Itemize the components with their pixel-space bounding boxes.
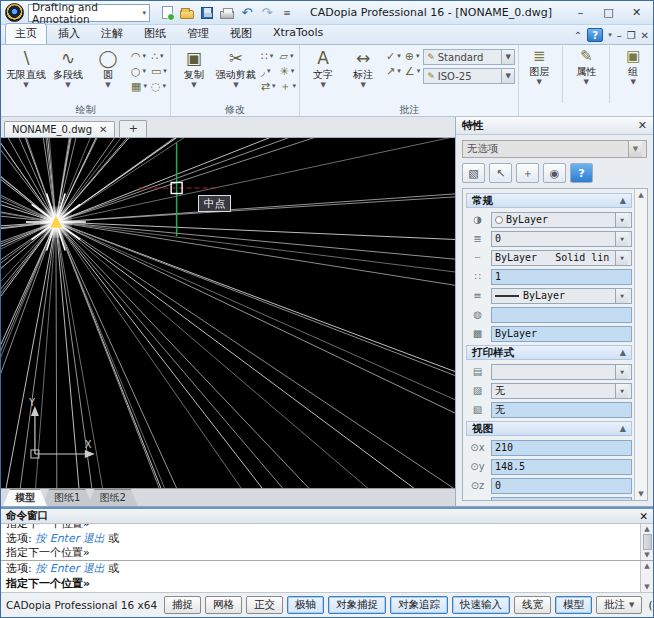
command-history-scrollbar[interactable]: ▲ ▼ [640, 524, 653, 560]
properties-scrollbar[interactable]: ▲ ▼ [634, 189, 647, 500]
help-button[interactable]: ? [570, 163, 593, 183]
chevron-down-icon[interactable]: ▼ [631, 78, 636, 87]
array-icon[interactable]: ∷▾ [261, 49, 276, 64]
scroll-up-icon[interactable]: ▲ [644, 562, 649, 570]
open-icon[interactable] [180, 5, 194, 21]
chevron-down-icon[interactable]: ▼ [615, 232, 628, 246]
doc-close-icon[interactable]: ✕ [641, 30, 649, 41]
draw-tool-2[interactable]: ◯圆▼ [88, 46, 128, 91]
layout-tab-1[interactable]: 图纸1 [42, 489, 92, 506]
chevron-down-icon[interactable]: ▼ [537, 78, 542, 87]
property-value-lineweight[interactable]: ByLayer▼ [491, 288, 632, 304]
select-objects-button[interactable]: ↖ [489, 163, 512, 183]
fillet-icon[interactable]: ◞▾ [261, 64, 276, 79]
status-toggle-6[interactable]: 快速输入 [452, 596, 510, 614]
point-icon[interactable]: ∴▾ [151, 49, 167, 64]
document-tab-close-icon[interactable]: ✕ [99, 124, 107, 135]
property-value-center-z[interactable]: 0 [491, 478, 632, 494]
menu-icon[interactable]: ≡ [280, 5, 294, 21]
hatch-icon[interactable]: ▦▾ [131, 79, 147, 94]
property-value-linetype-scale[interactable]: 1 [491, 269, 632, 285]
chevron-down-icon[interactable]: ▼ [23, 81, 28, 90]
stretch-icon[interactable]: ＋▾ [280, 79, 297, 94]
property-value-linetype[interactable]: ByLayer Solid lin▼ [491, 250, 632, 266]
chevron-down-icon[interactable]: ▼ [615, 365, 628, 379]
attdef-icon[interactable]: ⊕▾ [405, 49, 420, 64]
chevron-down-icon[interactable]: ▼ [615, 213, 628, 227]
property-value-plot-style-table[interactable]: ▼ [491, 364, 632, 380]
chevron-down-icon[interactable]: ▼ [105, 81, 110, 90]
ribbon-tab-1[interactable]: 插入 [48, 23, 90, 44]
help-chevron-icon[interactable]: ▾ [608, 31, 612, 39]
maximize-button[interactable]: □ [596, 4, 621, 21]
doc-restore-icon[interactable]: ❐ [627, 30, 636, 41]
undo-icon[interactable]: ↶ [240, 5, 254, 21]
scroll-down-icon[interactable]: ▼ [644, 551, 649, 559]
cloud-icon[interactable]: ◌▾ [151, 79, 167, 94]
erase-icon[interactable]: ▱▾ [280, 49, 297, 64]
ribbon-tab-5[interactable]: 视图 [220, 23, 262, 44]
help-button[interactable]: ? [587, 28, 603, 42]
properties-close-icon[interactable]: ✕ [638, 119, 647, 132]
dim-style-dropdown[interactable]: ✎ ISO-25 ▼ [423, 68, 515, 84]
offset-icon[interactable]: ⇄▾ [261, 79, 276, 94]
property-value-layer[interactable]: 0▼ [491, 231, 632, 247]
ribbon-button-2[interactable]: ▣组▼ [616, 46, 650, 87]
property-value-center-y[interactable]: 148.5 [491, 459, 632, 475]
save-icon[interactable] [200, 5, 214, 21]
close-button[interactable]: ✕ [624, 4, 649, 21]
ribbon-tab-3[interactable]: 图纸 [134, 23, 176, 44]
leader-icon[interactable]: ↗▾ [386, 64, 401, 79]
ribbon-tab-0[interactable]: 主页 [5, 23, 47, 44]
app-menu-logo-icon[interactable] [5, 3, 24, 22]
collapse-icon[interactable]: ▲ [620, 196, 626, 205]
status-toggle-2[interactable]: 正交 [246, 596, 283, 614]
arc-icon[interactable]: ◠▾ [131, 49, 147, 64]
layout-tab-2[interactable]: 图纸2 [87, 489, 137, 506]
status-toggle-0[interactable]: 捕捉 [164, 596, 201, 614]
doc-minimize-icon[interactable]: – [617, 30, 622, 41]
quick-select-button[interactable]: ▧ [462, 163, 485, 183]
property-value-center-x[interactable]: 210 [491, 440, 632, 456]
annotation-scale-dropdown[interactable]: 批注 ▼ [596, 596, 642, 614]
property-value-height[interactable]: 385.2 [491, 497, 632, 501]
section-header-2[interactable]: 视图▲ [466, 421, 632, 436]
property-value-color[interactable]: ByLayer▼ [491, 212, 632, 228]
ribbon-button-0[interactable]: ≣图层▼ [522, 46, 556, 87]
property-value-transparency[interactable]: ByLayer [491, 326, 632, 342]
collapse-icon[interactable]: ▲ [620, 424, 626, 433]
new-document-tab-button[interactable]: + [119, 120, 147, 137]
drawing-canvas[interactable]: YX 中点 [1, 138, 455, 488]
chevron-down-icon[interactable]: ▼ [191, 81, 196, 90]
chevron-down-icon[interactable]: ▼ [233, 81, 238, 90]
selection-dropdown[interactable]: 无选项 ▼ [462, 140, 647, 158]
collapse-icon[interactable]: ▲ [620, 348, 626, 357]
draw-tool-1[interactable]: ∿多段线▼ [48, 46, 88, 91]
annotate-tool-1[interactable]: ↔标注▼ [343, 46, 383, 91]
scroll-down-icon[interactable]: ▼ [638, 490, 643, 498]
property-value-plot-table-attached[interactable]: 无 [491, 402, 632, 418]
layout-tab-0[interactable]: 模型 [3, 489, 47, 506]
toggle-pickadd-button[interactable]: ＋ [516, 163, 539, 183]
status-toggle-4[interactable]: 对象捕捉 [328, 596, 386, 614]
chevron-down-icon[interactable]: ▼ [65, 81, 70, 90]
chevron-down-icon[interactable]: ▼ [501, 69, 514, 83]
chevron-down-icon[interactable]: ▼ [320, 81, 325, 90]
ribbon-tab-2[interactable]: 注解 [91, 23, 133, 44]
chevron-down-icon[interactable]: ▼ [360, 81, 365, 90]
status-toggle-3[interactable]: 极轴 [287, 596, 324, 614]
scroll-up-icon[interactable]: ▲ [638, 191, 643, 199]
workspace-dropdown[interactable]: Drafting and Annotation ▾ [28, 4, 150, 22]
modify-tool-1[interactable]: ✂强动剪裁▼ [214, 46, 258, 91]
minimize-ribbon-icon[interactable]: ⌃ [574, 30, 582, 41]
rectangle-icon[interactable]: ▭▾ [151, 64, 167, 79]
command-prompt[interactable]: 选项: 按 Enter 退出 或指定下一个位置» ▲ ▼ [1, 561, 653, 592]
ribbon-button-1[interactable]: ✎属性▼ [569, 46, 603, 87]
document-tab[interactable]: NONAME_0.dwg ✕ [4, 121, 115, 137]
property-value-plot-style[interactable]: 无▼ [491, 383, 632, 399]
chevron-down-icon[interactable]: ▼ [584, 78, 589, 87]
section-header-1[interactable]: 打印样式▲ [466, 345, 632, 360]
spellcheck-icon[interactable]: ✓▾ [386, 49, 401, 64]
color-wheel-button[interactable]: ◉ [543, 163, 566, 183]
scrollbar-thumb[interactable] [643, 534, 652, 550]
